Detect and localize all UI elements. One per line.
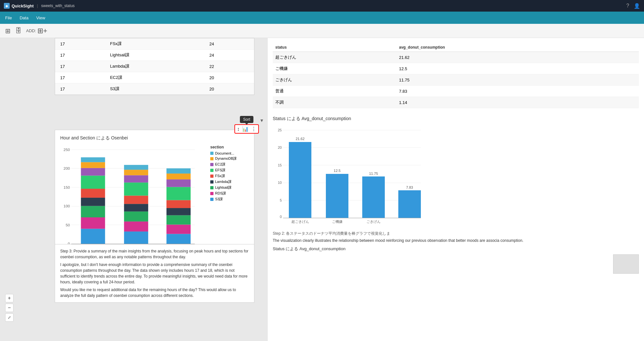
- legend-dot: [210, 169, 213, 172]
- sort-button[interactable]: ↕: [237, 126, 240, 132]
- table-row: 17 EC2課 20: [55, 72, 254, 83]
- help-icon[interactable]: ?: [626, 3, 629, 9]
- cell-hour: 17: [55, 72, 105, 83]
- svg-text:21.62: 21.62: [296, 137, 305, 141]
- svg-rect-16: [81, 189, 105, 198]
- legend-dot: [210, 175, 213, 178]
- svg-rect-27: [124, 175, 148, 182]
- right-table-row: ごきげん 11.75: [273, 74, 639, 86]
- chart-button[interactable]: 📊: [242, 126, 249, 132]
- legend-label: FSx課: [215, 174, 225, 178]
- status-cell: 不調: [273, 97, 396, 108]
- top-bar: QuickSight | sweets_with_status ? 👤: [0, 0, 644, 12]
- table-row: 17 Lambda課 22: [55, 61, 254, 72]
- avg-cell: 21.62: [396, 52, 639, 63]
- svg-rect-18: [81, 168, 105, 176]
- menu-view[interactable]: View: [36, 15, 45, 20]
- user-icon[interactable]: 👤: [634, 3, 640, 9]
- cell-hour: 17: [55, 83, 105, 95]
- legend-label: EC2課: [215, 162, 225, 167]
- svg-rect-61: [398, 190, 421, 218]
- status-cell: 超ごきげん: [273, 52, 396, 63]
- toolbar: ⊞ 🗄 ADD: ⊞+: [0, 24, 644, 38]
- cell-section: Lambda課: [105, 61, 204, 72]
- svg-text:超ごきげん: 超ごきげん: [291, 220, 309, 224]
- logo-icon: [4, 3, 10, 9]
- table-row: 17 FSx課 24: [55, 38, 254, 50]
- cell-value: 20: [204, 72, 254, 83]
- right-status-table: status avg_donut_consumption 超ごきげん 21.62…: [273, 43, 639, 108]
- svg-rect-28: [124, 170, 148, 175]
- right-table-row: 超ごきげん 21.62: [273, 52, 639, 63]
- zoom-fit-button[interactable]: ⤢: [5, 313, 14, 322]
- legend-dot: [210, 152, 213, 155]
- svg-rect-36: [166, 179, 191, 187]
- scroll-stub: [613, 254, 639, 274]
- legend-dot: [210, 180, 213, 184]
- cell-section: Lightsail課: [105, 50, 204, 61]
- table-row: 17 S3課 20: [55, 83, 254, 95]
- col-avg: avg_donut_consumption: [396, 43, 639, 52]
- svg-rect-34: [166, 200, 191, 208]
- legend-label: DynamoDB課: [215, 156, 237, 161]
- status-cell: 普通: [273, 86, 396, 97]
- zoom-controls: + − ⤢: [5, 294, 14, 322]
- svg-text:15: 15: [278, 163, 282, 167]
- menu-file[interactable]: File: [5, 15, 12, 20]
- svg-text:12.5: 12.5: [334, 169, 340, 173]
- cell-value: 24: [204, 38, 254, 50]
- svg-rect-29: [124, 165, 148, 170]
- legend-item: DynamoDB課: [210, 156, 249, 161]
- text-paragraph1: Step 3: Provide a summary of the main in…: [60, 248, 249, 260]
- legend-item: FSx課: [210, 174, 249, 178]
- text-paragraph3: Would you like me to request additional …: [60, 287, 249, 298]
- svg-rect-57: [326, 174, 348, 218]
- right-panel: status avg_donut_consumption 超ごきげん 21.62…: [267, 38, 644, 341]
- cell-hour: 17: [55, 61, 105, 72]
- app-logo: QuickSight: [4, 3, 34, 9]
- svg-text:7.83: 7.83: [406, 185, 413, 189]
- svg-text:0: 0: [280, 215, 282, 219]
- legend-dot: [210, 192, 213, 195]
- svg-text:100: 100: [63, 204, 70, 208]
- add-widget: ADD: ⊞+: [26, 27, 47, 35]
- cell-section: S3課: [105, 83, 204, 95]
- legend-label: RDS課: [215, 191, 226, 196]
- avg-cell: 12.5: [396, 63, 639, 74]
- text-content: Step 3: Provide a summary of the main in…: [55, 244, 254, 303]
- add-visual-icon[interactable]: ⊞+: [37, 27, 47, 35]
- svg-text:20: 20: [278, 146, 282, 149]
- cell-hour: 17: [55, 50, 105, 61]
- svg-rect-23: [124, 212, 148, 222]
- legend-area: section Document... DynamoDB課 EC2課 EFS課 …: [210, 145, 249, 249]
- layout-icon[interactable]: ⊞: [5, 27, 11, 35]
- legend-label: Document...: [215, 151, 234, 155]
- table-actions: Sort ↕ 📊 ⋮: [234, 116, 259, 134]
- svg-rect-31: [166, 224, 191, 234]
- step2-text: The visualization clearly illustrates th…: [273, 238, 639, 243]
- table-row: 17 Lightsail課 24: [55, 50, 254, 61]
- menu-data[interactable]: Data: [20, 15, 28, 20]
- add-label: ADD:: [26, 28, 36, 33]
- stacked-bar-chart: 250 200 150 100 50 0: [60, 145, 205, 248]
- svg-rect-17: [81, 175, 105, 189]
- svg-rect-35: [166, 187, 191, 200]
- svg-rect-37: [166, 174, 191, 179]
- status-cell: ごきげん: [273, 74, 396, 86]
- svg-rect-20: [81, 157, 105, 162]
- zoom-in-button[interactable]: +: [5, 294, 14, 302]
- legend-item: EC2課: [210, 162, 249, 167]
- more-button[interactable]: ⋮: [251, 126, 256, 132]
- zoom-out-button[interactable]: −: [5, 304, 14, 312]
- cell-value: 20: [204, 83, 254, 95]
- chart-widget: Hour and Section による Osenbei 250 200 150…: [55, 130, 254, 255]
- svg-rect-38: [166, 168, 191, 174]
- svg-text:200: 200: [63, 166, 70, 170]
- database-icon[interactable]: 🗄: [15, 27, 22, 34]
- avg-cell: 7.83: [396, 86, 639, 97]
- legend-item: Lambda課: [210, 179, 249, 184]
- dropdown-arrow[interactable]: ▼: [260, 118, 264, 123]
- svg-rect-24: [124, 204, 148, 212]
- legend-title: section: [210, 145, 249, 149]
- legend-dot: [210, 198, 213, 201]
